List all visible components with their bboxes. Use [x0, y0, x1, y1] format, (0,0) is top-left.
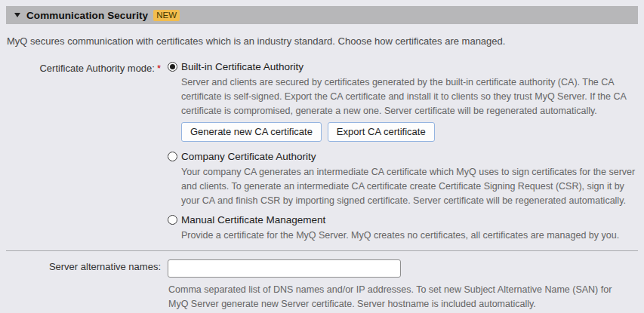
radio-option-company-ca[interactable]: Company Certificate Authority	[168, 151, 638, 162]
section-title: Communication Security	[26, 10, 148, 21]
collapse-triangle-icon[interactable]	[14, 13, 20, 17]
ca-mode-options: Built-in Certificate Authority Server an…	[168, 61, 638, 243]
radio-label-manual-certificate[interactable]: Manual Certificate Management	[181, 214, 325, 226]
manual-certificate-description: Provide a certificate for the MyQ Server…	[181, 229, 638, 243]
ca-mode-label: Certificate Authority mode:*	[6, 61, 168, 74]
server-alternative-names-row: Server alternative names: Comma separate…	[6, 259, 638, 313]
export-ca-certificate-button[interactable]: Export CA certificate	[328, 122, 435, 142]
option-built-in-ca: Built-in Certificate Authority Server an…	[168, 61, 638, 142]
ca-mode-row: Certificate Authority mode:* Built-in Ce…	[6, 61, 638, 243]
server-alternative-names-controls: Comma separated list of DNS names and/or…	[168, 259, 638, 313]
radio-manual-certificate[interactable]	[168, 215, 177, 225]
company-ca-description: Your company CA generates an intermediat…	[181, 165, 638, 208]
radio-option-built-in-ca[interactable]: Built-in Certificate Authority	[168, 61, 638, 72]
new-badge: NEW	[153, 10, 180, 21]
radio-option-manual-certificate[interactable]: Manual Certificate Management	[168, 214, 638, 226]
radio-built-in-ca[interactable]	[168, 62, 177, 72]
option-manual-certificate: Manual Certificate Management Provide a …	[168, 214, 638, 243]
server-alternative-names-input[interactable]	[168, 259, 401, 278]
server-alternative-names-label: Server alternative names:	[6, 259, 168, 272]
communication-security-panel: Communication Security NEW MyQ secures c…	[0, 0, 644, 313]
section-header-communication-security[interactable]: Communication Security NEW	[6, 6, 638, 24]
option-company-ca: Company Certificate Authority Your compa…	[168, 151, 638, 208]
radio-label-company-ca[interactable]: Company Certificate Authority	[181, 151, 316, 162]
built-in-ca-description: Server and clients are secured by certif…	[181, 75, 638, 118]
server-alternative-names-description: Comma separated list of DNS names and/or…	[168, 283, 626, 311]
radio-label-built-in-ca[interactable]: Built-in Certificate Authority	[181, 61, 304, 72]
built-in-ca-buttons: Generate new CA certificate Export CA ce…	[181, 122, 638, 142]
radio-company-ca[interactable]	[168, 152, 177, 161]
section-divider	[6, 250, 638, 251]
generate-new-ca-certificate-button[interactable]: Generate new CA certificate	[181, 122, 322, 142]
required-marker: *	[157, 63, 161, 74]
intro-text: MyQ secures communication with certifica…	[7, 35, 638, 47]
